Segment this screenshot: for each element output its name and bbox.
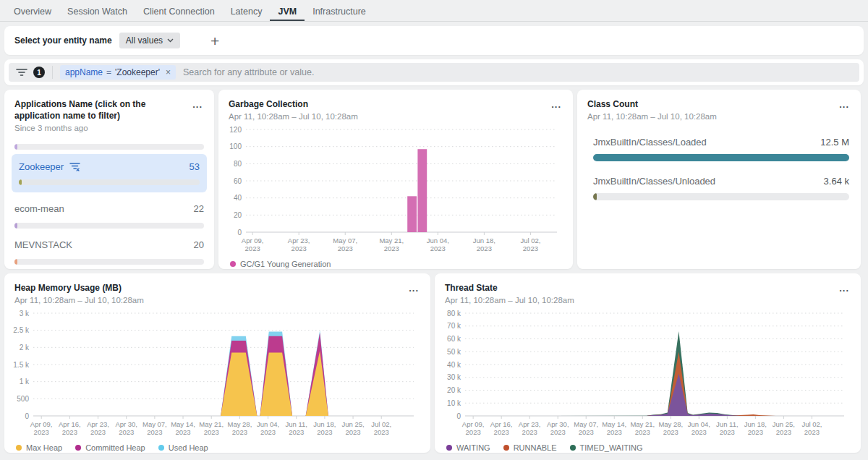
facet-name[interactable]: MEVNSTACK [14,239,72,250]
filter-chip[interactable]: appName = 'Zookeeper' × [60,65,176,80]
metric-row-classes-loaded: JmxBuiltIn/Classes/Loaded 12.5 M [577,137,861,148]
svg-text:1.5 k: 1.5 k [13,361,30,369]
svg-text:May 14,: May 14, [171,420,195,428]
svg-text:May 28,: May 28, [658,420,683,428]
svg-text:2023: 2023 [494,428,509,436]
panel-title: Applications Name (click on the applicat… [14,98,187,122]
svg-text:2023: 2023 [147,428,162,436]
legend-item[interactable]: Used Heap [158,443,208,452]
legend-dot [570,445,576,451]
svg-text:2023: 2023 [175,428,190,436]
entity-filter-row: Select your entity name All values + [4,26,864,55]
facet-item-ecom-mean[interactable]: ecom-mean 22 [14,203,204,214]
panel-class-count: Class Count Apr 11, 10:28am – Jul 10, 10… [577,90,861,269]
chip-field: appName [65,67,103,77]
svg-text:2023: 2023 [292,244,307,252]
svg-text:May 21,: May 21, [379,237,404,244]
svg-text:2023: 2023 [119,428,134,436]
svg-text:May 07,: May 07, [333,237,357,244]
svg-text:60: 60 [234,177,242,185]
facet-name[interactable]: ecom-mean [14,203,64,214]
svg-text:0: 0 [237,229,242,237]
facet-name[interactable]: Zookeeper [19,161,64,172]
legend-dot [158,445,164,451]
tab-session-watch[interactable]: Session Watch [59,0,135,21]
facet-list: Zookeeper 53 [4,144,214,269]
facet-value: 22 [194,203,204,214]
svg-text:0: 0 [456,412,461,420]
facet-bar-tick [14,144,17,150]
svg-text:80 k: 80 k [447,310,461,318]
svg-text:2023: 2023 [466,428,481,436]
panel-garbage-collection: Garbage Collection Apr 11, 10:28am – Jul… [218,90,573,269]
svg-text:Jun 04,: Jun 04, [688,420,710,428]
svg-text:2023: 2023 [260,428,276,436]
svg-text:80: 80 [234,160,242,168]
svg-text:Jun 18,: Jun 18, [473,237,495,244]
svg-text:May 21,: May 21, [630,420,655,428]
remove-filter-icon[interactable] [69,162,80,171]
tab-jvm[interactable]: JVM [270,0,305,21]
svg-text:500: 500 [17,395,29,403]
svg-text:3 k: 3 k [20,310,30,318]
svg-text:Jun 25,: Jun 25, [341,420,364,428]
legend-item[interactable]: Max Heap [16,443,62,452]
panel-title: Thread State [445,282,574,294]
facet-bar [14,223,204,229]
entity-values-dropdown[interactable]: All values [119,33,180,48]
facet-item-mevnstack[interactable]: MEVNSTACK 20 [14,239,204,250]
legend-item[interactable]: Committed Heap [75,443,145,452]
tab-client-connection[interactable]: Client Connection [135,0,223,21]
svg-text:2023: 2023 [804,428,820,436]
panel-subtitle: Apr 11, 10:28am – Jul 10, 10:28am [445,296,574,304]
legend-label: Committed Heap [85,443,145,452]
entity-values-dropdown-label: All values [126,35,163,46]
legend-item[interactable]: GC/G1 Young Generation [230,260,331,268]
panel-menu-button[interactable]: ... [406,282,422,294]
panel-menu-button[interactable]: ... [190,98,205,111]
svg-text:2023: 2023 [317,428,332,436]
svg-text:20 k: 20 k [447,386,461,394]
search-bar[interactable]: 1 appName = 'Zookeeper' × Search for any… [9,63,859,82]
tab-latency[interactable]: Latency [223,0,271,21]
svg-text:2023: 2023 [720,428,735,436]
legend-dot [75,445,81,451]
panel-menu-button[interactable]: ... [836,98,852,111]
svg-text:100: 100 [229,142,242,150]
svg-text:Jun 18,: Jun 18, [744,420,767,428]
svg-text:0: 0 [25,412,29,420]
chip-remove-icon[interactable]: × [166,67,171,77]
legend-item[interactable]: WAITING [446,443,490,452]
metric-label: JmxBuiltIn/Classes/Loaded [593,137,707,148]
facet-item-zookeeper-selected[interactable]: Zookeeper 53 [12,154,207,192]
metric-bar-full [593,154,849,161]
svg-text:2023: 2023 [523,244,538,252]
svg-text:2023: 2023 [748,428,763,436]
svg-text:Apr 23,: Apr 23, [87,420,109,428]
legend-item[interactable]: RUNNABLE [503,443,557,452]
svg-text:Jul 02,: Jul 02, [371,420,391,428]
facet-bar [14,144,204,150]
facet-bar-tick [14,223,17,229]
svg-text:2023: 2023 [692,428,707,436]
heap-area-chart: 05001 k1.5 k2 k2.5 k3 kApr 09,2023Apr 16… [9,307,421,439]
add-entity-button[interactable]: + [210,33,219,48]
legend-item[interactable]: TIMED_WAITING [570,443,643,452]
chip-value: 'Zookeeper' [115,67,160,77]
dashboard-grid: Applications Name (click on the applicat… [0,85,868,457]
search-placeholder[interactable]: Search for any attribute or value. [183,67,314,77]
legend-label: WAITING [456,443,490,452]
tab-infrastructure[interactable]: Infrastructure [305,0,374,21]
metric-bar-track [593,193,849,200]
tab-bar: Overview Session Watch Client Connection… [0,0,868,22]
svg-text:Apr 23,: Apr 23, [519,420,541,428]
panel-menu-button[interactable]: ... [548,98,564,111]
svg-text:2023: 2023 [776,428,791,436]
legend-label: TIMED_WAITING [580,443,643,452]
tab-overview[interactable]: Overview [6,0,59,21]
svg-text:Apr 09,: Apr 09, [30,420,53,428]
svg-text:40: 40 [234,194,242,202]
panel-menu-button[interactable]: ... [836,282,852,294]
svg-text:Jun 04,: Jun 04, [427,237,449,244]
svg-text:May 14,: May 14, [602,420,626,428]
